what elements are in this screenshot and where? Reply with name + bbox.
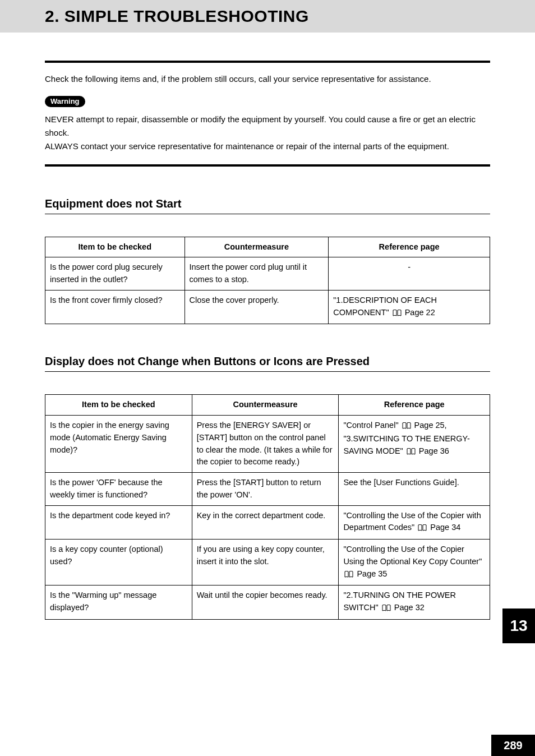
intro-block: Check the following items and, if the pr… (45, 61, 490, 167)
section-display-does-not-change: Display does not Change when Buttons or … (45, 355, 490, 620)
col-header-item: Item to be checked (45, 237, 185, 257)
ref-page: Page 32 (394, 603, 425, 612)
section-heading: Display does not Change when Buttons or … (45, 355, 490, 372)
col-header-reference: Reference page (329, 237, 490, 257)
page-root: 2. SIMPLE TROUBLESHOOTING Check the foll… (0, 0, 535, 756)
cell-countermeasure: Key in the correct department code. (192, 505, 339, 540)
col-header-countermeasure: Countermeasure (185, 237, 329, 257)
book-icon (407, 446, 416, 459)
cell-countermeasure: If you are using a key copy counter, ins… (192, 540, 339, 586)
col-header-item: Item to be checked (45, 395, 192, 416)
section-equipment-does-not-start: Equipment does not Start Item to be chec… (45, 197, 490, 325)
ref-page: Page 22 (405, 308, 435, 317)
intro-lead-text: Check the following items and, if the pr… (45, 73, 490, 86)
cell-countermeasure: Press the [START] button to return the p… (192, 473, 339, 506)
book-icon (418, 523, 427, 535)
table-header-row: Item to be checked Countermeasure Refere… (45, 395, 490, 416)
cell-reference: See the [User Functions Guide]. (339, 473, 490, 506)
warning-text-line: NEVER attempt to repair, disassemble or … (45, 113, 490, 140)
book-icon (402, 421, 411, 433)
table-row: Is the department code keyed in? Key in … (45, 505, 490, 540)
table-row: Is the "Warming up" message displayed? W… (45, 586, 490, 620)
table-row: Is a key copy counter (optional) used? I… (45, 540, 490, 586)
warning-text-line: ALWAYS contact your service representati… (45, 140, 490, 153)
table-header-row: Item to be checked Countermeasure Refere… (45, 237, 490, 257)
troubleshoot-table: Item to be checked Countermeasure Refere… (45, 237, 490, 325)
ref-page: Page 36 (419, 446, 449, 455)
cell-reference: "1.DESCRIPTION OF EACH COMPONENT" Page 2… (329, 290, 490, 324)
warning-text-block: NEVER attempt to repair, disassemble or … (45, 113, 490, 153)
col-header-countermeasure: Countermeasure (192, 395, 339, 416)
cell-countermeasure: Insert the power cord plug until it come… (185, 257, 329, 291)
cell-reference: "Controlling the Use of the Copier Using… (339, 540, 490, 586)
chapter-header-bar: 2. SIMPLE TROUBLESHOOTING (0, 0, 535, 33)
ref-page: Page 35 (357, 569, 387, 578)
ref-page: Page 25, (414, 421, 447, 430)
cell-reference: "2.TURNING ON THE POWER SWITCH" Page 32 (339, 586, 490, 620)
cell-reference: - (329, 257, 490, 291)
book-icon (393, 308, 402, 320)
ref-title: "Controlling the Use of the Copier Using… (343, 545, 482, 566)
table-row: Is the power 'OFF' because the weekly ti… (45, 473, 490, 506)
cell-item: Is the copier in the energy saving mode … (45, 416, 192, 473)
table-row: Is the front cover firmly closed? Close … (45, 290, 490, 324)
page-number: 289 (491, 735, 535, 756)
col-header-reference: Reference page (339, 395, 490, 416)
chapter-title: 2. SIMPLE TROUBLESHOOTING (45, 7, 490, 26)
cell-reference: "Controlling the Use of the Copier with … (339, 505, 490, 540)
book-icon (382, 603, 391, 615)
table-row: Is the copier in the energy saving mode … (45, 416, 490, 473)
cell-item: Is a key copy counter (optional) used? (45, 540, 192, 586)
cell-countermeasure: Press the [ENERGY SAVER] or [START] butt… (192, 416, 339, 473)
cell-countermeasure: Wait until the copier becomes ready. (192, 586, 339, 620)
cell-item: Is the department code keyed in? (45, 505, 192, 540)
cell-item: Is the power 'OFF' because the weekly ti… (45, 473, 192, 506)
cell-reference: "Control Panel" Page 25, "3.SWITCHING TO… (339, 416, 490, 473)
page-content: Check the following items and, if the pr… (0, 61, 535, 620)
section-heading: Equipment does not Start (45, 197, 490, 214)
troubleshoot-table: Item to be checked Countermeasure Refere… (45, 394, 490, 620)
table-row: Is the power cord plug securely inserted… (45, 257, 490, 291)
cell-item: Is the power cord plug securely inserted… (45, 257, 185, 291)
cell-item: Is the "Warming up" message displayed? (45, 586, 192, 620)
cell-countermeasure: Close the cover properly. (185, 290, 329, 324)
warning-badge: Warning (45, 96, 85, 107)
chapter-side-tab: 13 (502, 609, 535, 643)
cell-item: Is the front cover firmly closed? (45, 290, 185, 324)
ref-page: Page 34 (430, 523, 460, 532)
book-icon (344, 569, 353, 582)
ref-title: "Control Panel" (343, 421, 398, 430)
